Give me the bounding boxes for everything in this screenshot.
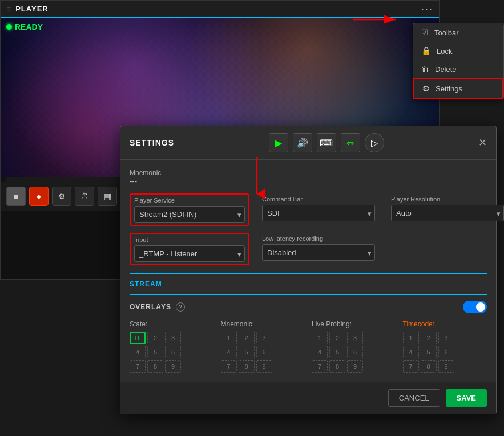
low-latency-select-wrap: Disabled ▾ [262,244,375,261]
play-overlay-icon[interactable]: ▷ [365,133,384,152]
settings-title: SETTINGS [130,138,174,147]
timecode-col-label: Timecode: [403,320,487,328]
settings-button[interactable]: ⚙ [52,187,71,206]
overlays-toggle[interactable] [463,301,487,313]
mnemonic-cell-3[interactable]: 3 [256,332,272,344]
stop-button[interactable]: ■ [6,187,26,206]
timecode-cell-5[interactable]: 5 [421,346,437,358]
hamburger-icon[interactable]: ≡ [6,4,11,13]
timecode-cell-8[interactable]: 8 [421,360,437,373]
menu-item-settings[interactable]: ⚙ Settings [413,78,503,99]
settings-body: Mnemonic --- Player Service Stream2 (SDI… [120,160,496,382]
audio-overlay-icon[interactable]: 🔊 [293,133,312,152]
more-options-button[interactable]: ··· [421,3,433,15]
low-latency-select[interactable]: Disabled [262,244,375,261]
probe-cell-6[interactable]: 6 [347,346,363,358]
mnemonic-cell-6[interactable]: 6 [256,346,272,358]
player-title: PLAYER [15,5,49,13]
mnemonic-cell-2[interactable]: 2 [239,332,255,344]
probe-cell-8[interactable]: 8 [329,360,345,373]
timecode-cell-2[interactable]: 2 [421,332,437,344]
mnemonic-cell-1[interactable]: 1 [221,332,237,344]
ready-dot [6,24,12,30]
timecode-cell-3[interactable]: 3 [438,332,454,344]
stream-divider-bottom [130,294,487,295]
grid-button[interactable]: ▦ [98,187,117,206]
probe-cell-1[interactable]: 1 [312,332,328,344]
mnemonic-cell-8[interactable]: 8 [239,360,255,373]
toolbar-label: Toolbar [434,29,459,37]
titlebar-left: ≡ PLAYER [6,4,49,13]
state-cell-9[interactable]: 9 [165,360,181,373]
state-cell-2[interactable]: 2 [147,332,163,344]
probe-cell-9[interactable]: 9 [347,360,363,373]
state-cell-5[interactable]: 5 [147,346,163,358]
mnemonic-col-label: Mnemonic: [221,320,305,328]
mnemonic-col: Mnemonic: 1 2 3 4 5 6 7 8 9 [221,320,305,373]
mnemonic-cell-7[interactable]: 7 [221,360,237,373]
state-cell-7[interactable]: 7 [130,360,146,373]
delete-icon: 🗑 [421,64,429,74]
ready-badge: READY [6,22,43,31]
timecode-cell-6[interactable]: 6 [438,346,454,358]
timecode-num-grid: 1 2 3 4 5 6 7 8 9 [403,332,487,373]
close-button[interactable]: ✕ [478,136,487,149]
input-label: Input [134,236,245,243]
help-icon[interactable]: ? [176,302,185,312]
overlays-left: OVERLAYS ? [130,302,185,312]
mnemonic-cell-9[interactable]: 9 [256,360,272,373]
probe-cell-3[interactable]: 3 [347,332,363,344]
mnemonic-num-grid: 1 2 3 4 5 6 7 8 9 [221,332,305,373]
video-overlay-icon[interactable]: ▶ [269,133,288,152]
form-grid: Player Service Stream2 (SDI-IN) Stream1 … [130,193,487,265]
red-arrow-indicator [353,14,404,27]
mnemonic-row: Mnemonic --- [130,169,487,185]
menu-item-toolbar[interactable]: ☑ Toolbar [413,23,503,42]
overlay-icons: ▶ 🔊 ⌨ ⇔ ▷ [269,133,384,152]
timecode-cell-7[interactable]: 7 [403,360,419,373]
player-resolution-select[interactable]: Auto [391,205,504,221]
arrow-svg [353,14,404,25]
mnemonic-label: Mnemonic [130,169,161,177]
keyboard-overlay-icon[interactable]: ⌨ [317,133,336,152]
state-cell-1[interactable]: TL [130,332,146,344]
delete-label: Delete [435,65,457,74]
mnemonic-cell-4[interactable]: 4 [221,346,237,358]
link-overlay-icon[interactable]: ⇔ [341,133,360,152]
menu-item-lock[interactable]: 🔒 Lock [413,42,503,60]
timecode-cell-9[interactable]: 9 [438,360,454,373]
command-bar-select[interactable]: SDI [262,205,375,221]
cancel-button[interactable]: CANCEL [388,389,440,407]
timecode-col: Timecode: 1 2 3 4 5 6 7 8 9 [403,320,487,373]
state-col: State: TL 2 3 4 5 6 7 8 9 [130,320,214,373]
state-cell-4[interactable]: 4 [130,346,146,358]
player-resolution-group: Player Resolution Auto ▾ [388,193,504,226]
mnemonic-group: Mnemonic --- [130,169,161,185]
state-cell-6[interactable]: 6 [165,346,181,358]
player-service-select[interactable]: Stream2 (SDI-IN) Stream1 [134,206,245,223]
player-resolution-label: Player Resolution [391,196,504,203]
probe-cell-7[interactable]: 7 [312,360,328,373]
settings-modal: SETTINGS ▶ 🔊 ⌨ ⇔ ▷ ✕ Mnemonic --- Player… [120,126,497,414]
overlays-grid: State: TL 2 3 4 5 6 7 8 9 Mnemonic: 1 [130,320,487,373]
probe-cell-4[interactable]: 4 [312,346,328,358]
probe-cell-5[interactable]: 5 [329,346,345,358]
input-group: Input _RTMP - Listener ▾ [130,233,249,265]
state-cell-3[interactable]: 3 [165,332,181,344]
record-button[interactable]: ● [29,187,49,206]
low-latency-label: Low latency recording [262,235,375,242]
state-cell-8[interactable]: 8 [147,360,163,373]
probe-cell-2[interactable]: 2 [329,332,345,344]
input-select[interactable]: _RTMP - Listener [134,245,245,262]
command-bar-label: Command Bar [262,196,375,203]
save-button[interactable]: SAVE [446,389,487,407]
timecode-cell-4[interactable]: 4 [403,346,419,358]
menu-item-delete[interactable]: 🗑 Delete [413,60,503,78]
clock-button[interactable]: ⏱ [75,187,94,206]
live-probing-num-grid: 1 2 3 4 5 6 7 8 9 [312,332,396,373]
input-select-wrap: _RTMP - Listener ▾ [134,245,245,262]
timecode-cell-1[interactable]: 1 [403,332,419,344]
ready-text: READY [15,22,43,31]
mnemonic-value: --- [130,177,161,185]
mnemonic-cell-5[interactable]: 5 [239,346,255,358]
